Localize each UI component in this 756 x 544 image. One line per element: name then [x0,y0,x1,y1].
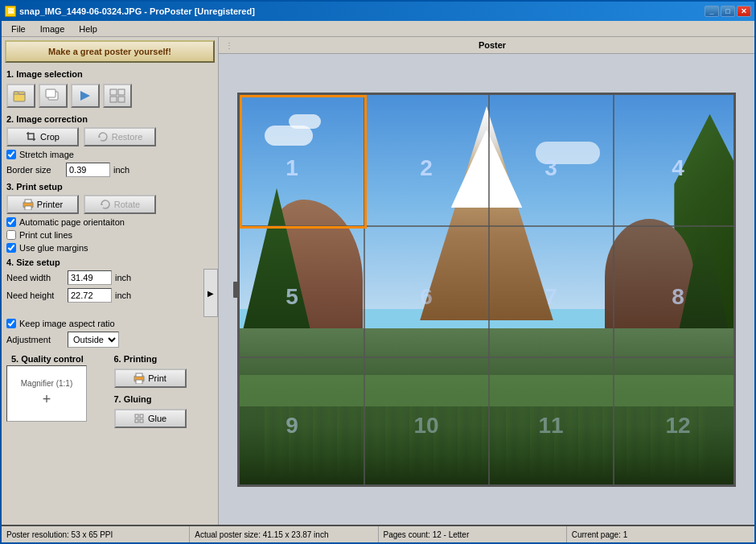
window-title: snap_IMG_1449-06-0324.JPG - ProPoster [U… [19,6,255,16]
magnifier-box: Magnifier (1:1) + [6,365,87,422]
svg-rect-19 [140,419,143,422]
glue-margins-checkbox[interactable] [6,243,16,253]
need-height-label: Need height [6,291,64,300]
magnifier-label: Magnifier (1:1) [21,379,72,388]
adjustment-row: Adjustment Outside Inside Exact [2,330,218,349]
copy-image-button[interactable] [39,84,68,108]
statusbar: Poster resolution: 53 x 65 PPI Actual po… [2,525,754,542]
section-image-correction-title: 2. Image correction [2,111,218,126]
svg-rect-7 [118,97,125,102]
crop-button[interactable]: Crop [6,127,79,146]
need-width-row: Need width inch [2,269,202,286]
size-expand-button[interactable]: ▶ [203,269,218,317]
svg-rect-18 [135,419,138,422]
file-menu[interactable]: File [5,23,32,35]
auto-orientation-row: Automatic page orientaiton [2,216,218,229]
bottom-sections: 5. Quality control Magnifier (1:1) + 6. … [2,349,218,430]
magnifier-plus: + [43,391,51,408]
left-panel: Make a great poster yourself! 1. Image s… [2,37,219,525]
poster-area: 1 2 3 4 5 6 7 8 9 10 11 12 [219,54,754,525]
panel-header: Make a great poster yourself! [5,40,215,63]
svg-rect-11 [25,200,31,203]
svg-rect-17 [140,414,143,418]
printing-gluing-section: 6. Printing Print 7. Gluing Glue [109,351,214,428]
svg-rect-5 [118,89,125,95]
need-width-unit: inch [115,273,131,282]
water-surface [240,375,733,406]
image-selection-buttons [2,80,218,111]
main-window: 🖼 snap_IMG_1449-06-0324.JPG - ProPoster … [0,0,756,544]
section-image-selection-title: 1. Image selection [2,66,218,80]
foreground-plants [240,426,733,484]
gluing-title: 7. Gluing [114,391,214,406]
panel-header-text: Make a great poster yourself! [48,47,171,56]
status-poster-size: Actual poster size: 41.15 x 23.87 inch [190,526,378,542]
titlebar: 🖼 snap_IMG_1449-06-0324.JPG - ProPoster … [2,2,754,21]
grid-view-button[interactable] [103,84,132,108]
glue-button[interactable]: Glue [114,409,187,428]
menubar: File Image Help [2,21,754,37]
image-menu[interactable]: Image [34,23,72,35]
section-size-setup-title: 4. Size setup [2,254,218,269]
svg-rect-10 [25,206,31,210]
stretch-image-label: Stretch image [19,150,74,159]
print-button[interactable]: Print [114,369,187,388]
section-print-setup-title: 3. Print setup [2,179,218,193]
keep-aspect-row: Keep image aspect ratio [2,317,218,330]
glue-margins-label: Use glue margins [19,243,88,253]
grip-dots: ⋮ [225,41,233,50]
main-layout: Make a great poster yourself! 1. Image s… [2,37,754,525]
svg-rect-14 [136,380,142,384]
auto-orientation-checkbox[interactable] [6,217,16,227]
image-correction-buttons: Crop Restore [2,126,218,148]
border-size-row: Border size inch [2,161,218,179]
border-size-label: Border size [6,165,63,175]
left-edge-marker [233,282,238,298]
cut-lines-checkbox[interactable] [6,230,16,240]
status-pages-count: Pages count: 12 - Letter [379,526,567,542]
open-file-button[interactable] [6,84,35,108]
forward-button[interactable] [71,84,100,108]
stretch-image-checkbox[interactable] [6,150,16,159]
svg-rect-4 [110,89,117,95]
printing-title: 6. Printing [114,354,214,365]
need-height-input[interactable] [68,288,112,303]
need-width-input[interactable] [68,270,112,285]
svg-rect-16 [135,414,138,418]
glue-margins-row: Use glue margins [2,241,218,254]
svg-rect-6 [110,97,117,102]
right-panel-header: ⋮ Poster [219,37,754,54]
svg-marker-3 [80,91,90,101]
rock-right [605,219,694,336]
restore-button[interactable]: Restore [84,127,156,146]
poster-image [240,95,733,484]
svg-rect-15 [136,373,142,377]
quality-control-title: 5. Quality control [6,351,106,365]
border-size-input[interactable] [66,163,110,177]
rotate-button[interactable]: Rotate [84,195,156,214]
need-width-label: Need width [6,273,64,282]
status-resolution: Poster resolution: 53 x 65 PPI [2,526,190,542]
keep-aspect-label: Keep image aspect ratio [19,319,115,328]
cloud-3 [536,142,600,164]
status-current-page: Current page: 1 [567,526,754,542]
cloud-2 [289,114,321,129]
keep-aspect-checkbox[interactable] [6,319,16,328]
stretch-image-row: Stretch image [2,148,218,161]
window-controls: _ □ ✕ [705,6,751,17]
cut-lines-label: Print cut lines [19,230,72,240]
quality-control-section: 5. Quality control Magnifier (1:1) + [6,351,106,428]
border-size-unit: inch [113,165,129,175]
auto-orientation-label: Automatic page orientaiton [19,217,125,227]
minimize-button[interactable]: _ [705,6,719,17]
adjustment-select[interactable]: Outside Inside Exact [68,332,119,348]
printer-button[interactable]: Printer [6,195,79,214]
help-menu[interactable]: Help [72,23,104,35]
print-setup-buttons: Printer Rotate [2,193,218,216]
adjustment-label: Adjustment [6,335,64,344]
maximize-button[interactable]: □ [721,6,735,17]
close-button[interactable]: ✕ [737,6,751,17]
poster-container: 1 2 3 4 5 6 7 8 9 10 11 12 [237,93,736,487]
titlebar-title-area: 🖼 snap_IMG_1449-06-0324.JPG - ProPoster … [5,6,255,17]
app-icon: 🖼 [5,6,16,17]
